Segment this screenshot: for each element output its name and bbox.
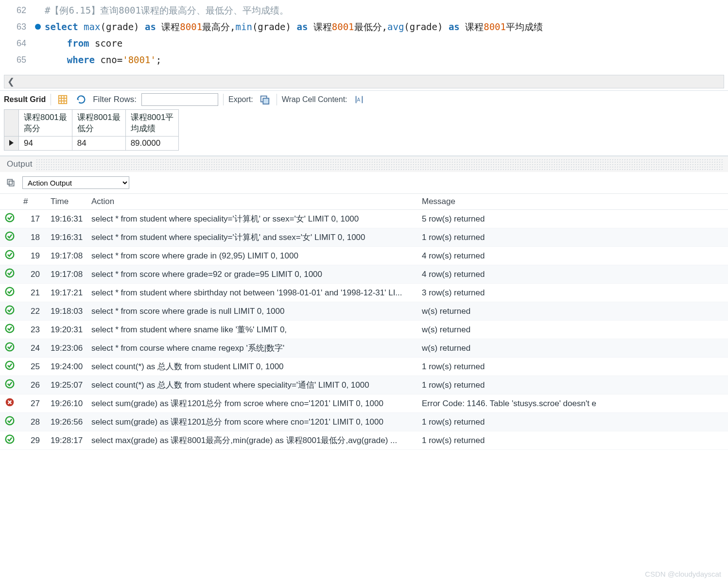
breakpoint-icon[interactable] <box>35 24 41 30</box>
code-text: select max(grade) as 课程8001最高分,min(grade… <box>45 18 543 35</box>
output-row-action: select * from student where speciality='… <box>87 228 418 247</box>
output-row[interactable]: 2819:26:56select sum(grade) as 课程1201总分 … <box>0 413 728 431</box>
svg-point-18 <box>6 361 14 370</box>
output-panel-header: Output <box>0 156 728 172</box>
current-row-icon <box>9 140 14 146</box>
result-cell[interactable]: 89.0000 <box>125 137 179 151</box>
svg-point-19 <box>6 380 14 388</box>
success-icon <box>5 324 15 336</box>
output-row-number: 17 <box>19 210 47 228</box>
export-icon[interactable] <box>258 93 272 106</box>
filter-rows-input[interactable] <box>141 93 218 106</box>
output-row-message: w(s) returned <box>418 321 728 339</box>
code-line[interactable]: 63 select max(grade) as 课程8001最高分,min(gr… <box>0 18 728 35</box>
sql-editor[interactable]: 62 #【例6.15】查询8001课程的最高分、最低分、平均成绩。 63 sel… <box>0 0 728 72</box>
output-row-time: 19:25:07 <box>47 376 87 394</box>
output-row-time: 19:28:17 <box>47 431 87 450</box>
output-row[interactable]: 2919:28:17select max(grade) as 课程8001最高分… <box>0 431 728 450</box>
code-line[interactable]: 62 #【例6.15】查询8001课程的最高分、最低分、平均成绩。 <box>0 2 728 18</box>
output-row[interactable]: 2719:26:10select sum(grade) as 课程1201总分 … <box>0 394 728 413</box>
output-row-action: select sum(grade) as 课程1201总分 from scroe… <box>87 394 418 413</box>
code-line[interactable]: 64 from score <box>0 35 728 51</box>
output-row[interactable]: 2519:24:00select count(*) as 总人数 from st… <box>0 358 728 376</box>
output-row-time: 19:17:21 <box>47 284 87 302</box>
svg-point-13 <box>6 269 14 277</box>
output-col-action[interactable]: Action <box>87 194 418 210</box>
output-row-message: 4 row(s) returned <box>418 265 728 284</box>
status-cell <box>0 228 19 247</box>
output-row-action: select * from student where speciality='… <box>87 210 418 228</box>
output-row[interactable]: 2619:25:07select count(*) as 总人数 from st… <box>0 376 728 394</box>
row-selector[interactable] <box>4 137 19 151</box>
success-icon <box>5 268 15 280</box>
result-cell[interactable]: 94 <box>19 137 72 151</box>
status-cell <box>0 302 19 321</box>
output-row[interactable]: 2019:17:08select * from score where grad… <box>0 265 728 284</box>
output-row-message: 1 row(s) returned <box>418 431 728 450</box>
copy-output-icon[interactable] <box>4 176 17 189</box>
output-row-number: 29 <box>19 431 47 450</box>
line-number: 62 <box>0 2 31 18</box>
output-row-time: 19:16:31 <box>47 210 87 228</box>
output-row-time: 19:23:06 <box>47 339 87 358</box>
output-row-number: 19 <box>19 247 47 265</box>
output-row-action: select * from score where grade is null … <box>87 302 418 321</box>
status-cell <box>0 431 19 450</box>
status-cell <box>0 394 19 413</box>
svg-point-24 <box>6 435 14 444</box>
result-grid-table[interactable]: 课程8001最高分 课程8001最低分 课程8001平均成绩 94 84 89.… <box>4 109 179 151</box>
output-row[interactable]: 2119:17:21select * from student where sb… <box>0 284 728 302</box>
success-icon <box>5 342 15 354</box>
svg-text:A: A <box>357 97 360 103</box>
grid-view-icon[interactable] <box>56 93 69 106</box>
output-row[interactable]: 2219:18:03select * from score where grad… <box>0 302 728 321</box>
export-label: Export: <box>228 95 253 104</box>
output-grid[interactable]: # Time Action Message 1719:16:31select *… <box>0 194 728 450</box>
output-row[interactable]: 2419:23:06select * from course where cna… <box>0 339 728 358</box>
result-header-row: 课程8001最高分 课程8001最低分 课程8001平均成绩 <box>4 110 179 137</box>
output-row[interactable]: 2319:20:31select * from student where sn… <box>0 321 728 339</box>
breakpoint-gutter[interactable] <box>31 24 45 30</box>
output-row-message: 1 row(s) returned <box>418 413 728 431</box>
svg-rect-6 <box>263 98 269 104</box>
output-row-action: select max(grade) as 课程8001最高分,min(grade… <box>87 431 418 450</box>
success-icon <box>5 379 15 391</box>
output-row-action: select * from score where grade in (92,9… <box>87 247 418 265</box>
output-row-number: 26 <box>19 376 47 394</box>
wrap-cell-icon[interactable]: A <box>352 93 366 106</box>
code-line[interactable]: 65 where cno='8001'; <box>0 51 728 68</box>
success-icon <box>5 287 15 299</box>
output-title: Output <box>7 159 33 169</box>
refresh-icon[interactable] <box>74 93 88 106</box>
result-column-header[interactable]: 课程8001最低分 <box>72 110 125 137</box>
status-cell <box>0 284 19 302</box>
svg-rect-9 <box>9 181 14 186</box>
horizontal-scroll-left-button[interactable]: ❮ <box>4 75 724 88</box>
code-text: where cno='8001'; <box>45 51 161 68</box>
output-row-message: 1 row(s) returned <box>418 228 728 247</box>
output-row-action: select * from student where sname like '… <box>87 321 418 339</box>
output-col-time[interactable]: Time <box>47 194 87 210</box>
output-row-time: 19:26:10 <box>47 394 87 413</box>
output-row[interactable]: 1919:17:08select * from score where grad… <box>0 247 728 265</box>
svg-point-15 <box>6 306 14 314</box>
status-cell <box>0 247 19 265</box>
result-row[interactable]: 94 84 89.0000 <box>4 137 179 151</box>
result-cell[interactable]: 84 <box>72 137 125 151</box>
output-type-select[interactable]: Action Output <box>22 176 129 189</box>
output-col-message[interactable]: Message <box>418 194 728 210</box>
output-header-grip[interactable] <box>35 158 724 170</box>
output-row-action: select * from score where grade=92 or gr… <box>87 265 418 284</box>
output-row-time: 19:26:56 <box>47 413 87 431</box>
output-row-time: 19:18:03 <box>47 302 87 321</box>
output-row-number: 23 <box>19 321 47 339</box>
output-row[interactable]: 1819:16:31select * from student where sp… <box>0 228 728 247</box>
output-row-number: 27 <box>19 394 47 413</box>
result-column-header[interactable]: 课程8001平均成绩 <box>125 110 179 137</box>
success-icon <box>5 305 15 317</box>
output-col-num[interactable]: # <box>19 194 47 210</box>
line-number: 65 <box>0 51 31 68</box>
output-row[interactable]: 1719:16:31select * from student where sp… <box>0 210 728 228</box>
result-column-header[interactable]: 课程8001最高分 <box>19 110 72 137</box>
output-header-row: # Time Action Message <box>0 194 728 210</box>
